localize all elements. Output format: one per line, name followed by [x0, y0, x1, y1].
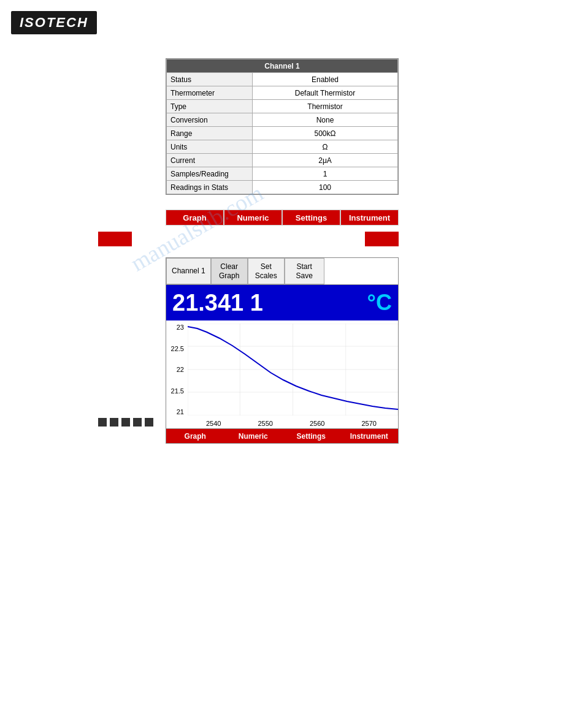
settings-tab-bar[interactable]: Graph Numeric Settings Instrument — [166, 210, 399, 226]
settings-label: Readings in Stats — [167, 181, 253, 194]
settings-value: None — [253, 113, 398, 127]
set-scales-button[interactable]: SetScales — [248, 258, 285, 284]
settings-label: Thermometer — [167, 86, 253, 100]
tab-graph[interactable]: Graph — [166, 210, 224, 226]
logo-text-2: TECH — [47, 15, 88, 30]
settings-value: 500kΩ — [253, 127, 398, 140]
clear-graph-button[interactable]: ClearGraph — [211, 258, 248, 284]
settings-table: Channel 1StatusEnabledThermometerDefault… — [166, 59, 398, 194]
settings-value: 2μA — [253, 154, 398, 167]
start-save-button[interactable]: StartSave — [285, 258, 324, 284]
graph-tab-numeric[interactable]: Numeric — [224, 429, 283, 443]
settings-label: Conversion — [167, 113, 253, 127]
settings-label: Type — [167, 100, 253, 113]
graph-tab-settings[interactable]: Settings — [282, 429, 340, 443]
temperature-value: 21.341 1 — [172, 290, 361, 316]
graph-area: 23 22.5 22 21.5 21 — [166, 320, 398, 419]
settings-label: Status — [167, 73, 253, 86]
settings-header: Channel 1 — [167, 59, 398, 73]
logo-area: ISOTECH — [11, 11, 97, 34]
page-dot-4 — [133, 418, 142, 427]
page-dot-3 — [121, 418, 130, 427]
temperature-display: 21.341 1 °C — [166, 285, 398, 320]
x-axis-labels: 2540 2550 2560 2570 — [166, 419, 398, 428]
graph-tab-graph[interactable]: Graph — [166, 429, 224, 443]
pagination-dots — [98, 418, 153, 427]
settings-value: Ω — [253, 140, 398, 154]
isotech-logo: ISOTECH — [11, 11, 97, 34]
tab-settings[interactable]: Settings — [282, 210, 340, 226]
settings-table-container: Channel 1StatusEnabledThermometerDefault… — [166, 58, 399, 195]
settings-label: Current — [167, 154, 253, 167]
graph-toolbar: Channel 1 ClearGraph SetScales StartSave — [166, 258, 398, 285]
logo-text: ISO — [20, 15, 47, 30]
graph-svg — [188, 324, 398, 415]
tab-instrument[interactable]: Instrument — [340, 210, 399, 226]
channel-button[interactable]: Channel 1 — [166, 258, 211, 284]
page-dot-5 — [145, 418, 153, 427]
settings-label: Range — [167, 127, 253, 140]
settings-value: Thermistor — [253, 100, 398, 113]
settings-value: 100 — [253, 181, 398, 194]
graph-tab-bar[interactable]: Graph Numeric Settings Instrument — [166, 428, 398, 443]
page-dot-1 — [98, 418, 107, 427]
settings-value: 1 — [253, 167, 398, 181]
nav-left-button[interactable] — [98, 232, 132, 246]
nav-right-button[interactable] — [365, 232, 399, 246]
page-dot-2 — [110, 418, 118, 427]
y-axis-labels: 23 22.5 22 21.5 21 — [166, 324, 186, 415]
settings-label: Samples/Reading — [167, 167, 253, 181]
graph-panel: Channel 1 ClearGraph SetScales StartSave… — [166, 257, 399, 444]
tab-numeric[interactable]: Numeric — [224, 210, 282, 226]
settings-value: Enabled — [253, 73, 398, 86]
graph-tab-instrument[interactable]: Instrument — [340, 429, 399, 443]
settings-label: Units — [167, 140, 253, 154]
temperature-unit: °C — [367, 290, 392, 316]
settings-value: Default Thermistor — [253, 86, 398, 100]
